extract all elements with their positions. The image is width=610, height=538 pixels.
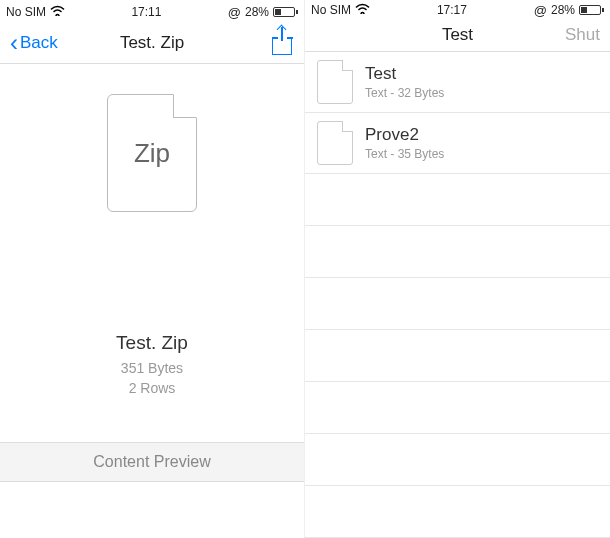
status-right: @ 28% (228, 5, 298, 20)
share-button[interactable] (272, 31, 294, 55)
file-rows: 2 Rows (129, 380, 176, 396)
file-size: 351 Bytes (121, 360, 183, 376)
item-title: Prove2 (365, 125, 444, 145)
share-icon (272, 39, 292, 55)
file-icon (317, 121, 353, 165)
wifi-icon (355, 3, 370, 17)
list-item-empty (305, 434, 610, 486)
item-subtitle: Text - 35 Bytes (365, 147, 444, 161)
nav-bar: ‹ Back Test. Zip (0, 22, 304, 64)
status-bar: No SIM 17:11 @ 28% (0, 0, 304, 22)
alarm-icon: @ (534, 3, 547, 18)
share-arrow-icon (281, 27, 283, 41)
status-time: 17:11 (131, 5, 161, 19)
item-title: Test (365, 64, 444, 84)
battery-percent: 28% (245, 5, 269, 19)
file-preview: Zip Test. Zip 351 Bytes 2 Rows Content P… (0, 64, 304, 538)
list-item-empty (305, 382, 610, 434)
file-type-icon: Zip (107, 94, 197, 212)
file-type-label: Zip (134, 138, 170, 169)
alarm-icon: @ (228, 5, 241, 20)
phone-right-screen: No SIM 17:17 @ 28% Test Shut Test Text -… (305, 0, 610, 538)
list-item-empty (305, 486, 610, 538)
file-icon (317, 60, 353, 104)
battery-icon (273, 7, 298, 17)
list-item[interactable]: Test Text - 32 Bytes (305, 52, 610, 113)
list-item-empty (305, 226, 610, 278)
status-time: 17:17 (437, 3, 467, 17)
file-list: Test Text - 32 Bytes Prove2 Text - 35 By… (305, 52, 610, 538)
wifi-icon (50, 5, 65, 19)
list-item[interactable]: Prove2 Text - 35 Bytes (305, 113, 610, 174)
status-right: @ 28% (534, 3, 604, 18)
nav-bar: Test Shut (305, 18, 610, 52)
shut-button[interactable]: Shut (565, 25, 600, 45)
status-bar: No SIM 17:17 @ 28% (305, 0, 610, 18)
list-item-empty (305, 278, 610, 330)
phone-left-screen: No SIM 17:11 @ 28% ‹ Back Test. Zip Zip (0, 0, 305, 538)
list-item-empty (305, 330, 610, 382)
back-label: Back (20, 33, 58, 53)
status-left: No SIM (311, 3, 370, 17)
back-button[interactable]: ‹ Back (10, 31, 58, 55)
carrier-text: No SIM (311, 3, 351, 17)
content-preview-header: Content Preview (0, 442, 304, 482)
item-subtitle: Text - 32 Bytes (365, 86, 444, 100)
battery-percent: 28% (551, 3, 575, 17)
chevron-left-icon: ‹ (10, 31, 18, 55)
battery-icon (579, 5, 604, 15)
file-fold-icon (173, 94, 197, 118)
status-left: No SIM (6, 5, 65, 19)
list-item-empty (305, 174, 610, 226)
file-name: Test. Zip (116, 332, 188, 354)
carrier-text: No SIM (6, 5, 46, 19)
